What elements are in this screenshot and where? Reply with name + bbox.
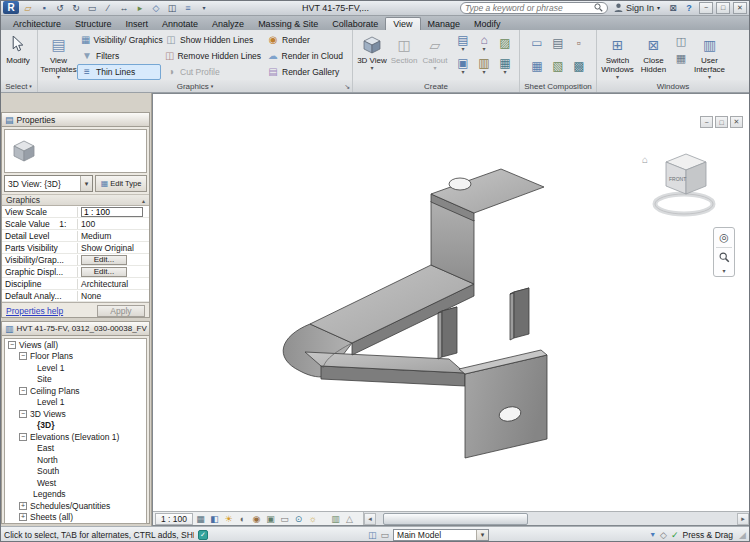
- render-in-cloud-button[interactable]: ☁ Render in Cloud: [263, 48, 347, 64]
- worksharing-display-icon[interactable]: ▥: [329, 513, 342, 525]
- tree-item-north[interactable]: North: [5, 454, 146, 466]
- tree-item-level1-ceiling[interactable]: Level 1: [5, 397, 146, 409]
- press-drag-checkbox[interactable]: ✓: [671, 530, 679, 540]
- collapse-section-icon[interactable]: ▴: [142, 197, 145, 204]
- resize-grip-icon[interactable]: ◢: [739, 530, 746, 540]
- model-canvas[interactable]: − □ ✕ ⌂ FRONT ◎ ▾: [153, 94, 749, 511]
- show-hidden-lines-button[interactable]: ◫ Show Hidden Lines: [161, 32, 263, 48]
- elevation-icon[interactable]: ⌂▾: [474, 32, 494, 54]
- tree-item-west[interactable]: West: [5, 477, 146, 489]
- search-icon[interactable]: [594, 3, 603, 12]
- tree-item-level1[interactable]: Level 1: [5, 362, 146, 374]
- design-options-icon[interactable]: ▭: [381, 530, 390, 540]
- cut-profile-button[interactable]: ◑ Cut Profile: [161, 64, 263, 80]
- section-qat-icon[interactable]: ◫: [165, 1, 179, 14]
- scrollbar-track[interactable]: [376, 513, 737, 525]
- tree-item-schedules[interactable]: +Schedules/Quantities: [5, 500, 146, 512]
- modify-button[interactable]: Modify: [2, 32, 34, 65]
- view-restore-button[interactable]: □: [715, 116, 728, 128]
- navigation-bar[interactable]: ◎ ▾: [713, 227, 735, 277]
- drafting-view-icon[interactable]: ▨: [495, 32, 515, 54]
- default-3d-view-icon[interactable]: ◇: [149, 1, 163, 14]
- tab-insert[interactable]: Insert: [119, 17, 156, 30]
- revit-logo-icon[interactable]: R: [3, 1, 19, 14]
- thin-lines-button[interactable]: ≡ Thin Lines: [77, 64, 161, 80]
- windows-panel-label[interactable]: Windows: [597, 80, 749, 92]
- selection-filter-icon[interactable]: ▼: [649, 531, 656, 538]
- tree-item-3d-views[interactable]: −3D Views: [5, 408, 146, 420]
- tab-annotate[interactable]: Annotate: [155, 17, 205, 30]
- restore-button[interactable]: □: [716, 2, 730, 14]
- render-gallery-button[interactable]: ▤ Render Gallery: [263, 64, 347, 80]
- viewcube-home-icon[interactable]: ⌂: [642, 154, 648, 165]
- property-row[interactable]: Discipline Architectural: [2, 278, 149, 290]
- callout-button[interactable]: ▱ Callout ▾: [419, 32, 451, 71]
- reveal-hidden-icon[interactable]: ☼: [306, 513, 319, 525]
- tile-windows-icon[interactable]: ▦: [676, 53, 686, 64]
- property-row[interactable]: Default Analy... None: [2, 290, 149, 302]
- scrollbar-thumb[interactable]: [383, 513, 527, 525]
- print-icon[interactable]: ▭: [85, 1, 99, 14]
- exchange-apps-icon[interactable]: ⊠: [666, 1, 680, 14]
- apply-button[interactable]: Apply: [97, 305, 145, 317]
- horizontal-scrollbar[interactable]: ◂ ▸: [363, 512, 749, 525]
- temporary-hide-icon[interactable]: ⊙: [292, 513, 305, 525]
- graphics-panel-label[interactable]: Graphics ▾: [38, 80, 352, 92]
- crop-view-icon[interactable]: ▣: [264, 513, 277, 525]
- graphics-section-header[interactable]: Graphics ▴: [2, 194, 149, 206]
- tag-icon[interactable]: ▸: [133, 1, 147, 14]
- search-box[interactable]: [460, 2, 608, 14]
- viewcube[interactable]: FRONT: [652, 147, 716, 219]
- edit-type-button[interactable]: ▦ Edit Type: [95, 175, 147, 192]
- help-icon[interactable]: ?: [682, 1, 696, 14]
- tab-collaborate[interactable]: Collaborate: [325, 17, 385, 30]
- view-close-button[interactable]: ✕: [730, 116, 743, 128]
- legends-icon[interactable]: ▥▾: [474, 55, 494, 77]
- search-input[interactable]: [465, 3, 591, 13]
- thin-lines-qat-icon[interactable]: ≡: [181, 1, 195, 14]
- crop-visibility-icon[interactable]: ▭: [278, 513, 291, 525]
- tree-item-legends[interactable]: Legends: [5, 489, 146, 501]
- property-row[interactable]: View Scale: [2, 206, 149, 218]
- remove-hidden-lines-button[interactable]: ◫ Remove Hidden Lines: [161, 48, 263, 64]
- scale-button[interactable]: 1 : 100: [155, 513, 193, 525]
- project-browser-header[interactable]: ▥ HVT 41-75-FV, 0312_030-00038_FV - ...: [2, 322, 149, 336]
- navbar-chevron-icon[interactable]: ▾: [722, 267, 725, 274]
- collapse-icon[interactable]: −: [19, 433, 27, 441]
- expand-icon[interactable]: +: [19, 502, 27, 510]
- chevron-down-icon[interactable]: ▾: [476, 530, 488, 540]
- analytical-model-icon[interactable]: △: [343, 513, 356, 525]
- tree-item-south[interactable]: South: [5, 466, 146, 478]
- collapse-icon[interactable]: −: [19, 410, 27, 418]
- collapse-icon[interactable]: −: [19, 352, 27, 360]
- graphic-display-edit-button[interactable]: Edit...: [81, 267, 127, 277]
- visibility-edit-button[interactable]: Edit...: [81, 255, 127, 265]
- close-button[interactable]: ✕: [733, 2, 747, 14]
- view-templates-button[interactable]: ▤ View Templates ▾: [40, 32, 77, 80]
- new-sheet-icon[interactable]: ▭: [527, 32, 547, 54]
- redo-icon[interactable]: ↻: [69, 1, 83, 14]
- titleblock-icon[interactable]: ▤: [548, 32, 568, 54]
- tab-manage[interactable]: Manage: [421, 17, 468, 30]
- visibility-graphics-button[interactable]: ▦ Visibility/ Graphics: [77, 32, 161, 48]
- view-scale-input[interactable]: [81, 207, 143, 217]
- property-row[interactable]: Graphic Displ... Edit...: [2, 266, 149, 278]
- close-hidden-button[interactable]: ⊠ Close Hidden: [636, 32, 671, 74]
- user-interface-button[interactable]: ▥ User Interface ▾: [691, 32, 728, 80]
- tree-item-floor-plans[interactable]: −Floor Plans: [5, 351, 146, 363]
- type-selector[interactable]: 3D View: {3D} ▾: [4, 175, 93, 192]
- duplicate-view-icon[interactable]: ▣▾: [453, 55, 473, 77]
- sun-path-icon[interactable]: ☀: [222, 513, 235, 525]
- aligned-dimension-icon[interactable]: ↔: [117, 1, 131, 14]
- undo-icon[interactable]: ↺: [53, 1, 67, 14]
- property-row[interactable]: Parts Visibility Show Original: [2, 242, 149, 254]
- matchline-icon[interactable]: ▧: [548, 55, 568, 77]
- scroll-right-icon[interactable]: ▸: [737, 513, 749, 525]
- save-icon[interactable]: ▪: [37, 1, 51, 14]
- scroll-left-icon[interactable]: ◂: [364, 513, 376, 525]
- selection-toggle-icon[interactable]: ◇: [660, 530, 667, 540]
- schedules-icon[interactable]: ▦▾: [495, 55, 515, 77]
- sign-in-button[interactable]: Sign In ▾: [614, 3, 660, 13]
- collapse-icon[interactable]: −: [19, 387, 27, 395]
- tab-massing-site[interactable]: Massing & Site: [251, 17, 325, 30]
